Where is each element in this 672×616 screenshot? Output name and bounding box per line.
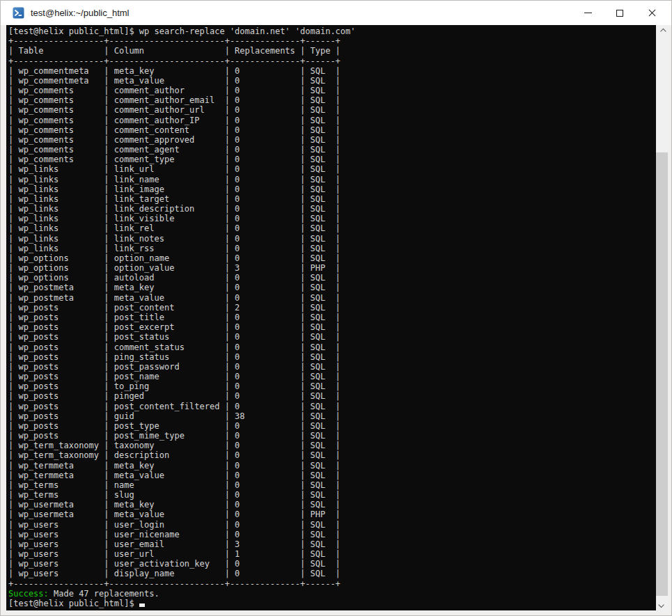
terminal-screen[interactable]: [test@helix public_html]$ wp search-repl…: [6, 25, 656, 610]
scroll-down-button[interactable]: [656, 599, 668, 610]
success-label: Success:: [8, 589, 49, 599]
terminal-output: [test@helix public_html]$ wp search-repl…: [6, 25, 656, 608]
scrollbar[interactable]: [656, 25, 668, 610]
maximize-icon: [616, 10, 623, 17]
titlebar[interactable]: test@helix:~/public_html: [1, 1, 671, 25]
maximize-button[interactable]: [604, 1, 636, 25]
terminal-cursor: [139, 603, 145, 607]
window-title: test@helix:~/public_html: [31, 8, 129, 18]
success-message: Made 47 replacements.: [49, 589, 159, 599]
minimize-icon: [584, 13, 592, 13]
shell-prompt: [test@helix public_html]$: [8, 599, 139, 608]
powershell-icon: [13, 7, 24, 19]
command-and-table-output: [test@helix public_html]$ wp search-repl…: [8, 26, 356, 589]
window-controls: [572, 1, 668, 25]
close-button[interactable]: [636, 1, 668, 25]
scroll-up-button[interactable]: [656, 25, 668, 37]
close-icon: [648, 8, 657, 17]
chevron-up-icon: [660, 28, 666, 33]
terminal-window: test@helix:~/public_html [test@helix pub…: [0, 0, 672, 616]
chevron-down-icon: [658, 601, 664, 607]
minimize-button[interactable]: [572, 1, 604, 25]
scroll-thumb[interactable]: [656, 152, 668, 596]
